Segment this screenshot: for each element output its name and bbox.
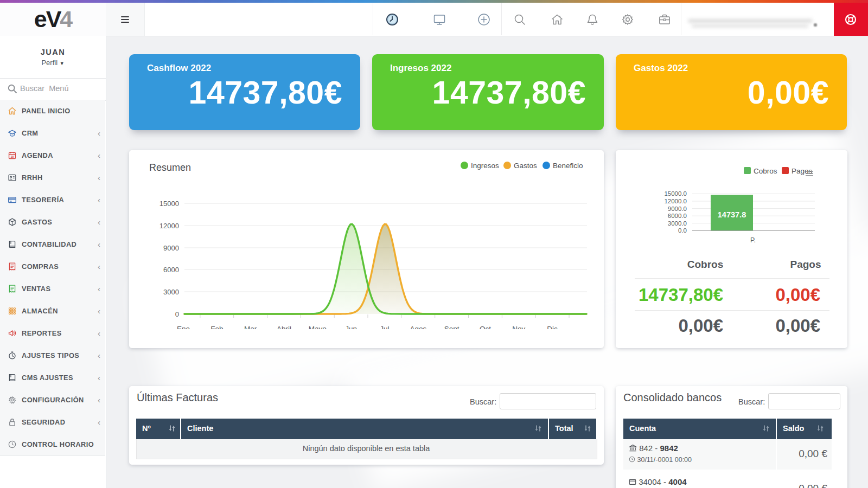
svg-text:Agos: Agos — [410, 325, 426, 329]
svg-text:Jul: Jul — [380, 325, 389, 329]
svg-text:Cobros: Cobros — [754, 167, 777, 175]
svg-text:15000: 15000 — [159, 200, 179, 208]
svg-text:3000.0: 3000.0 — [668, 220, 687, 227]
svg-text:12000: 12000 — [159, 222, 179, 230]
svg-text:6000: 6000 — [163, 266, 179, 274]
svg-text:Beneficio: Beneficio — [553, 162, 583, 170]
svg-text:Oct: Oct — [480, 325, 491, 329]
svg-text:Dic: Dic — [547, 325, 558, 329]
svg-text:15000.0: 15000.0 — [664, 190, 687, 197]
svg-text:Mar: Mar — [244, 325, 257, 329]
svg-text:Mayo: Mayo — [309, 325, 327, 329]
svg-text:9000: 9000 — [163, 244, 179, 252]
svg-text:Abril: Abril — [277, 325, 291, 329]
svg-text:9000.0: 9000.0 — [668, 206, 687, 212]
svg-text:15: 15 — [10, 155, 14, 158]
svg-text:12000.0: 12000.0 — [664, 198, 687, 204]
svg-text:14737.8: 14737.8 — [718, 210, 746, 219]
svg-text:Nov: Nov — [512, 325, 525, 329]
svg-text:Ingresos: Ingresos — [471, 162, 499, 170]
svg-text:3000: 3000 — [163, 288, 179, 296]
svg-text:Sept: Sept — [444, 325, 459, 329]
svg-text:0: 0 — [175, 310, 179, 318]
svg-text:P.: P. — [750, 236, 756, 244]
svg-text:Gastos: Gastos — [514, 162, 537, 170]
svg-text:Ene: Ene — [177, 325, 190, 329]
svg-text:Feb: Feb — [210, 325, 223, 329]
svg-text:6000.0: 6000.0 — [668, 213, 687, 219]
svg-text:0.0: 0.0 — [678, 227, 687, 234]
svg-text:Jun: Jun — [345, 325, 357, 329]
